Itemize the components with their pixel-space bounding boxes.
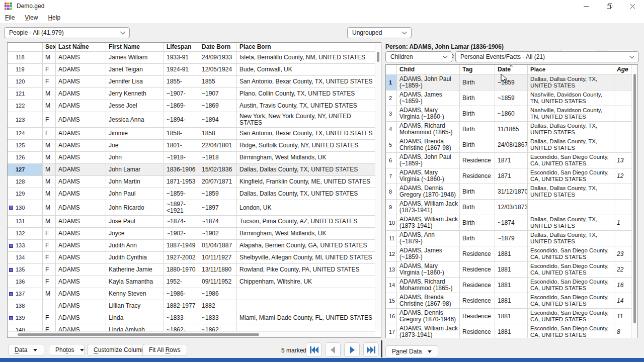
last-name-cell: ADAMS — [56, 216, 106, 227]
column-header-date[interactable]: ^Date — [495, 65, 528, 74]
column-header-place[interactable]: Place — [528, 65, 614, 74]
menu-file[interactable]: File — [0, 12, 20, 23]
people-table-row[interactable]: 136 F ADAMS Kayla Samantha 1952- 09/11/1… — [8, 276, 381, 288]
panel-data-menu-button[interactable]: Panel Data — [385, 345, 438, 357]
photos-menu-button[interactable]: Photos — [49, 344, 85, 356]
row-number-cell: 128 — [8, 176, 43, 188]
fit-all-rows-button[interactable]: Fit All Rows — [142, 344, 187, 356]
column-header-last-name[interactable]: ^Last Name — [56, 43, 106, 51]
relation-select[interactable]: Children — [385, 51, 452, 62]
events-table-row[interactable]: 12 ADAMS, James (~1859-) Residence 1881 … — [386, 246, 637, 262]
menu-view[interactable]: View — [20, 12, 43, 23]
date-born-cell: 1858 — [199, 128, 237, 139]
age-cell: 12 — [614, 168, 631, 184]
people-table-row[interactable]: 127 M ADAMS John Lamar 1836-1906 15/02/1… — [8, 164, 381, 176]
column-header-place-born[interactable]: Place Born — [237, 43, 375, 51]
people-table-row[interactable]: 130 M ADAMS John Ricardo ~1897- <1921 ~1… — [8, 200, 381, 216]
date-born-cell: ~1869 — [199, 100, 237, 112]
date-born-cell: 10/11/1927 — [199, 252, 237, 263]
first-name-cell: Jennifer Lisa — [106, 76, 164, 87]
data-menu-button[interactable]: Data — [8, 344, 44, 356]
people-table-row[interactable]: 124 F ADAMS Jimmie 1858- 1858 San Antoni… — [8, 128, 381, 140]
people-table-row[interactable]: 129 M ADAMS John Paul ~1859- ~1859 Dalla… — [8, 188, 381, 200]
grouping-select[interactable]: Ungrouped — [347, 27, 412, 38]
column-header-date-born[interactable]: Date Born — [199, 43, 237, 51]
people-table-row[interactable]: 140 F ADAMS Linda Amiyah ~1862- ~1862 — [8, 324, 381, 331]
place-born-cell: New York, New York County, NY, UNITED ST… — [237, 112, 375, 127]
events-vertical-scrollbar[interactable] — [631, 65, 637, 342]
people-group-select[interactable]: People - All (41,979) — [4, 27, 130, 38]
people-table-row[interactable]: 131 M ADAMS Jose Paul ~1874- ~1874 Tucso… — [8, 216, 381, 228]
events-table-row[interactable]: 9 ADAMS, William Jack (1873-1941) Birth … — [386, 200, 637, 215]
tag-cell: Birth — [460, 200, 495, 215]
column-header-tag[interactable]: Tag — [460, 65, 495, 74]
events-table-row[interactable]: 4 ADAMS, Richard Mohammod (1865-) Birth … — [386, 122, 637, 137]
column-header-sex[interactable]: Sex — [43, 43, 56, 51]
events-table-row[interactable]: 10 ADAMS, William Jack (1873-1941) Birth… — [386, 215, 637, 231]
place-cell: Dallas, Dallas County, TX, UNITED STATES — [528, 184, 614, 199]
lifespan-cell: ~1874- — [164, 216, 199, 227]
tag-cell: Birth — [460, 90, 495, 106]
people-horizontal-scrollbar[interactable] — [8, 331, 375, 337]
events-table-row[interactable]: 7 ADAMS, Mary Virginia (~1860-) Residenc… — [386, 168, 637, 184]
panel-splitter-handle[interactable] — [381, 340, 382, 357]
people-table-row[interactable]: 135 F ADAMS Katherine Jamie 1880-1970 13… — [8, 264, 381, 276]
events-table-row[interactable]: 13 ADAMS, Mary Virginia (~1860-) Residen… — [386, 262, 637, 278]
people-table-row[interactable]: 134 F ADAMS Judith Cynthia 1927-2002 10/… — [8, 252, 381, 264]
events-table-row[interactable]: 2 ADAMS, James (~1859-) Birth ~1859 Nash… — [386, 90, 637, 106]
age-cell — [614, 106, 631, 121]
date-cell: 1881 — [495, 324, 528, 339]
column-header-first-name[interactable]: First Name — [106, 43, 164, 51]
people-table-row[interactable]: 118 M ADAMS James William 1933-91 24/09/… — [8, 52, 381, 64]
people-table-row[interactable]: 121 M ADAMS Jerry Kenneth ~1907- ~1907 P… — [8, 88, 381, 100]
place-born-cell: Alapaha, Berrien County, GA, UNITED STAT… — [237, 240, 375, 251]
people-table-row[interactable]: 119 F ADAMS Janet Teigan 1924-91 12/05/1… — [8, 64, 381, 76]
events-select[interactable]: Personal Events/Facts - All (21) — [455, 51, 639, 62]
people-table-row[interactable]: 122 M ADAMS Jesse Joel ~1869- ~1869 Aust… — [8, 100, 381, 112]
people-table-row[interactable]: 126 M ADAMS John ~1918- ~1918 Birmingham… — [8, 152, 381, 164]
people-vertical-scrollbar[interactable] — [375, 43, 381, 331]
people-table-row[interactable]: 123 F ADAMS Jessica Anna ~1894- ~1894 Ne… — [8, 112, 381, 128]
close-button[interactable] — [621, 0, 644, 12]
tag-cell: Birth — [460, 137, 495, 152]
events-table-row[interactable]: 14 ADAMS, Richard Mohammod (1865-) Resid… — [386, 278, 637, 293]
previous-record-button[interactable] — [325, 342, 341, 357]
events-table-row[interactable]: 1 ADAMS, John Paul (~1859-) Birth ~1859 … — [386, 75, 637, 90]
people-table-row[interactable]: 120 F ADAMS Jennifer Lisa 1855- 1855 San… — [8, 76, 381, 88]
events-table-row[interactable]: 15 ADAMS, Brenda Christine (1867-98) Res… — [386, 293, 637, 309]
people-horizontal-scrollbar-thumb[interactable] — [18, 333, 259, 336]
child-cell: ADAMS, Richard Mohammod (1865-) — [397, 122, 460, 137]
last-record-button[interactable] — [363, 342, 379, 357]
events-table-row[interactable]: 3 ADAMS, Mary Virginia (~1860-) Birth ~1… — [386, 106, 637, 122]
events-table-row[interactable]: 11 ADAMS, Ann (~1879-) Birth ~1879 Dalla… — [386, 231, 637, 246]
last-name-cell: ADAMS — [56, 140, 106, 151]
row-number-cell: 132 — [8, 228, 43, 239]
minimize-button[interactable] — [575, 0, 598, 12]
column-header-rownum[interactable] — [386, 65, 397, 74]
people-table-row[interactable]: 138 ADAMS Lillian Tracy 1882-1977 1882 — [8, 300, 381, 312]
events-table-row[interactable]: 6 ADAMS, John Paul (~1859-) Residence 18… — [386, 153, 637, 168]
column-header-rownum[interactable] — [8, 43, 43, 51]
next-record-button[interactable] — [344, 342, 360, 357]
first-record-button[interactable] — [306, 342, 321, 357]
column-header-lifespan[interactable]: Lifespan — [164, 43, 199, 51]
people-table-row[interactable]: 125 M ADAMS Joe 1801- 22/04/1801 Ridge, … — [8, 140, 381, 152]
events-vertical-scrollbar-thumb[interactable] — [633, 74, 636, 323]
people-vertical-scrollbar-thumb[interactable] — [377, 52, 379, 62]
first-name-cell: John Paul — [106, 188, 164, 200]
events-table-row[interactable]: 16 ADAMS, Dennis Gregory (1870-1946) Res… — [386, 309, 637, 324]
events-table-row[interactable]: 5 ADAMS, Brenda Christine (1867-98) Birt… — [386, 137, 637, 153]
column-header-age[interactable]: Age — [614, 65, 631, 74]
restore-button[interactable] — [598, 0, 621, 12]
tag-cell: Birth — [460, 106, 495, 121]
people-table-row[interactable]: 128 M ADAMS John Martin 1871-1953 20/07/… — [8, 176, 381, 188]
people-table-row[interactable]: 132 F ADAMS Joyce ~1902- ~1902 Birmingha… — [8, 228, 381, 240]
people-table-row[interactable]: 137 M ADAMS Kenny Steven ~1986- ~1986 — [8, 288, 381, 300]
menu-help[interactable]: Help — [43, 12, 65, 23]
people-table-row[interactable]: 139 F ADAMS Linda ~1833- ~1833 Miami, Mi… — [8, 312, 381, 324]
people-table-row[interactable]: 133 F ADAMS Judith Ann 1887-1949 01/04/1… — [8, 240, 381, 252]
column-header-child[interactable]: Child — [397, 65, 460, 74]
events-table-row[interactable]: 8 ADAMS, Dennis Gregory (1870-1946) Birt… — [386, 184, 637, 200]
row-number-cell: 11 — [386, 231, 397, 246]
last-name-cell: ADAMS — [56, 312, 106, 324]
